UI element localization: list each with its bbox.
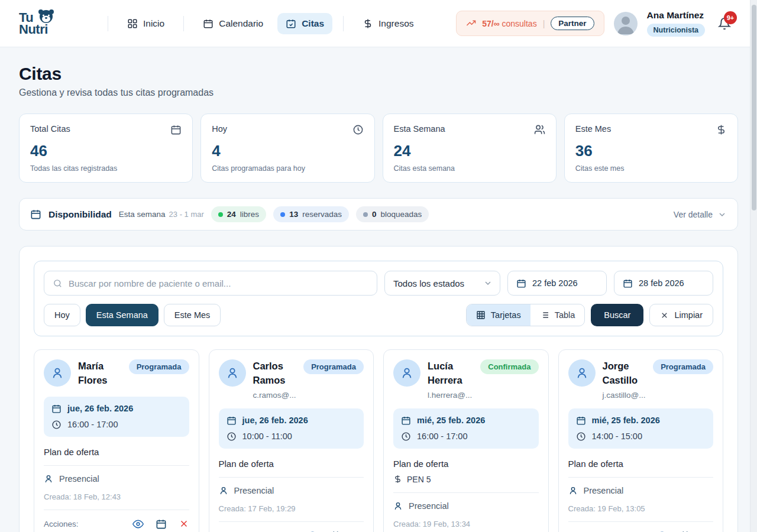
person-icon [219,486,228,495]
date-from-input[interactable]: 22 feb 2026 [507,271,607,296]
modality-row: Presencial [393,501,539,511]
limpiar-label: Limpiar [674,310,703,320]
stat-label: Este Mes [575,124,611,134]
reschedule-appointment-button[interactable] [156,518,167,530]
nav-label: Calendario [219,18,263,29]
person-icon [51,366,64,379]
main-nav: Inicio Calendario Citas Ingresos [103,13,422,34]
appointment-card: María Flores Programada jue, 26 feb. 202… [34,349,199,532]
limpiar-button[interactable]: Limpiar [649,304,713,326]
view-toggle-tarjetas[interactable]: Tarjetas [467,304,530,326]
clock-icon [576,432,586,442]
gray-dot-icon [363,212,368,217]
consultas-count: 57/∞ consultas [482,19,537,28]
partner-badge: Partner [551,17,594,30]
appointments-panel: Todos los estados 22 feb 2026 28 feb 202… [19,246,738,532]
availability-title: Disponibilidad [48,209,112,220]
clock-icon [227,432,237,442]
filters-section: Todos los estados 22 feb 2026 28 feb 202… [34,261,723,336]
scrollbar-thumb[interactable] [752,5,756,210]
created-timestamp: Creada: 17 Feb, 19:29 [219,504,364,513]
view-appointment-button[interactable] [132,518,144,530]
calendar-icon [170,124,182,135]
user-role-badge: Nutricionista [647,24,705,37]
page-subtitle: Gestiona y revisa todas tus citas progra… [19,87,738,98]
person-icon [575,366,588,379]
pill-count: 24 [227,210,236,219]
appointment-time: 14:00 - 15:00 [592,432,642,441]
view-toggle-label: Tabla [555,310,575,320]
period-button-hoy[interactable]: Hoy [44,304,80,326]
person-silhouette-icon [614,12,638,35]
app-logo[interactable]: Tu Nutri [19,12,64,35]
consultas-usage-pill[interactable]: 57/∞ consultas | Partner [456,11,604,36]
availability-range: 23 - 1 mar [169,210,204,219]
appointment-date: jue, 26 feb. 2026 [242,416,308,425]
cancel-appointment-button[interactable] [179,518,189,529]
clock-icon [352,124,364,135]
nav-divider [183,16,184,31]
trending-up-icon [466,18,476,28]
pill-label: reservadas [302,210,342,219]
status-badge: Confirmada [480,359,538,374]
appointment-time: 16:00 - 17:00 [67,420,118,429]
person-icon [226,366,239,379]
status-badge: Programada [653,359,713,374]
page-scrollbar[interactable] [750,0,757,532]
top-navbar: Tu Nutri Inicio Calendario C [0,0,757,47]
page-title: Citas [19,64,738,84]
buscar-button[interactable]: Buscar [591,304,643,326]
reserved-slots-pill: 13 reservadas [273,206,349,222]
stat-value: 24 [394,142,545,160]
nav-item-citas[interactable]: Citas [277,13,332,34]
nav-item-ingresos[interactable]: Ingresos [354,13,422,34]
chevron-down-icon [483,278,493,288]
calendar-icon [516,278,526,288]
ver-detalle-button[interactable]: Ver detalle [674,210,727,219]
page-content: Citas Gestiona y revisa todas tus citas … [0,47,757,532]
notifications-button[interactable]: 9+ [718,17,731,30]
date-to-input[interactable]: 28 feb 2026 [614,271,713,296]
status-select[interactable]: Todos los estados [384,271,500,296]
stat-label: Esta Semana [394,124,445,134]
pill-count: 13 [289,210,298,219]
dollar-icon [716,124,727,135]
plan-label: Plan de oferta [44,447,189,457]
calendar-icon [156,518,167,530]
pill-label: bloqueadas [380,210,422,219]
nav-item-inicio[interactable]: Inicio [119,13,173,34]
patient-email: j.castillo@... [603,391,646,400]
plan-label: Plan de oferta [219,459,364,469]
blocked-slots-pill: 0 bloqueadas [356,206,429,222]
stat-label: Total Citas [30,124,70,134]
user-info[interactable]: Ana Martínez Nutricionista [647,10,705,37]
person-icon [393,501,403,511]
blue-dot-icon [280,212,285,217]
calendar-icon [623,278,633,288]
user-avatar[interactable] [614,12,638,35]
calendar-icon [51,404,62,414]
appointment-datetime-box: jue, 26 feb. 2026 10:00 - 11:00 [219,408,364,449]
stat-caption: Citas este mes [575,164,727,173]
patient-name: María Flores [78,359,122,388]
eye-icon [132,518,144,530]
x-icon [660,311,669,320]
period-button-este-mes[interactable]: Este Mes [164,304,221,326]
nav-label: Inicio [143,18,164,29]
view-toggle-tabla[interactable]: Tabla [530,304,585,326]
appointment-date: jue, 26 feb. 2026 [67,404,133,413]
search-icon [53,278,63,288]
search-input[interactable] [69,278,368,288]
nav-label: Ingresos [378,18,413,29]
nav-item-calendario[interactable]: Calendario [195,13,271,34]
x-icon [179,518,189,529]
dashboard-icon [127,18,138,29]
view-toggle-label: Tarjetas [491,310,521,320]
appointment-datetime-box: mié, 25 feb. 2026 16:00 - 17:00 [393,408,539,449]
availability-period: Esta semana [119,210,166,219]
chevron-down-icon [717,210,727,219]
appointment-card: Jorge Castillo j.castillo@... Programada… [558,349,724,532]
clock-icon [401,432,411,442]
grid-icon [476,310,486,320]
period-button-esta-semana[interactable]: Esta Semana [86,304,158,326]
